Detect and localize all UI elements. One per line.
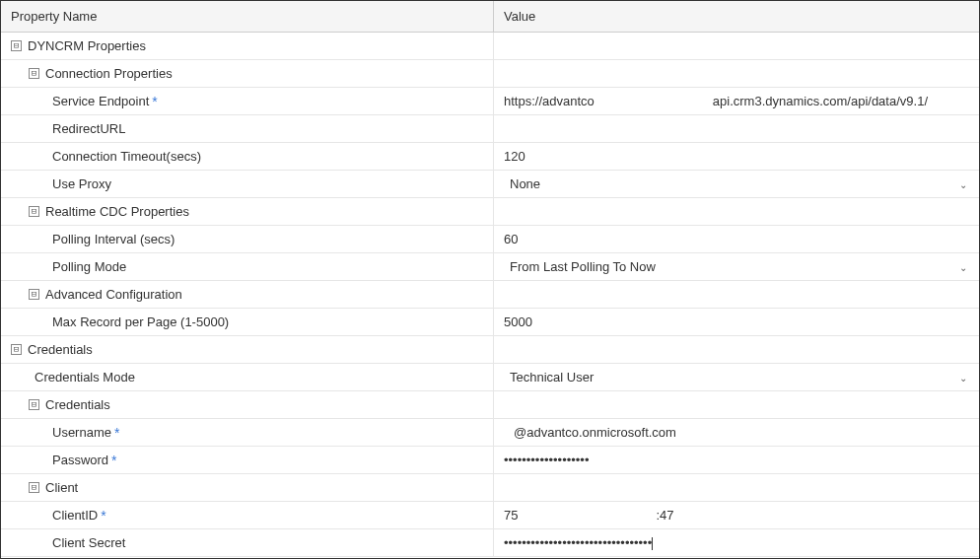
label-connection-timeout: Connection Timeout(secs) [52,149,201,164]
label-use-proxy: Use Proxy [52,176,111,191]
label-service-endpoint: Service Endpoint [52,94,149,108]
collapse-icon[interactable]: ⊟ [11,40,22,51]
value-polling-mode[interactable]: From Last Polling To Now ⌄ [494,253,979,280]
collapse-icon[interactable]: ⊟ [29,289,39,300]
row-password[interactable]: Password * ••••••••••••••••••• [1,447,979,474]
collapse-icon[interactable]: ⊟ [11,344,22,355]
label-client-id: ClientID [52,508,98,523]
label-client: Client [45,480,78,495]
property-table: Property Name Value ⊟ DYNCRM Properties … [0,0,980,559]
header-property-name: Property Name [1,1,494,32]
collapse-icon[interactable]: ⊟ [29,68,39,79]
label-advanced-config: Advanced Configuration [45,287,182,302]
row-polling-interval[interactable]: Polling Interval (secs) 60 [1,226,979,253]
required-icon: * [152,94,157,109]
row-username[interactable]: Username * @advantco.onmicrosoft.com [1,419,979,447]
row-connection-properties[interactable]: ⊟ Connection Properties [1,60,979,88]
row-client[interactable]: ⊟ Client [1,474,979,502]
chevron-down-icon[interactable]: ⌄ [959,178,967,189]
row-dyncrm-properties[interactable]: ⊟ DYNCRM Properties [1,33,979,60]
row-service-endpoint[interactable]: Service Endpoint * https://advantco api.… [1,88,979,115]
value-credentials-mode[interactable]: Technical User ⌄ [494,364,979,390]
row-polling-mode[interactable]: Polling Mode From Last Polling To Now ⌄ [1,253,979,281]
row-realtime-cdc[interactable]: ⊟ Realtime CDC Properties [1,198,979,226]
required-icon: * [114,425,119,441]
row-connection-timeout[interactable]: Connection Timeout(secs) 120 [1,143,979,171]
value-service-endpoint[interactable]: https://advantco api.crm3.dynamics.com/a… [494,88,979,114]
row-advanced-config[interactable]: ⊟ Advanced Configuration [1,281,979,309]
chevron-down-icon[interactable]: ⌄ [959,372,967,383]
row-max-record[interactable]: Max Record per Page (1-5000) 5000 [1,309,979,336]
required-icon: * [101,508,105,524]
value-use-proxy[interactable]: None ⌄ [494,171,979,197]
value-max-record[interactable]: 5000 [494,309,979,335]
label-polling-interval: Polling Interval (secs) [52,232,175,246]
collapse-icon[interactable]: ⊟ [29,399,39,410]
value-polling-interval[interactable]: 60 [494,226,979,252]
row-client-secret[interactable]: Client Secret ••••••••••••••••••••••••••… [1,529,979,557]
row-client-id[interactable]: ClientID * 75 :47 [1,502,979,529]
value-password[interactable]: ••••••••••••••••••• [494,447,979,473]
label-connection-properties: Connection Properties [45,66,173,81]
collapse-icon[interactable]: ⊟ [29,206,39,217]
label-credentials-mode: Credentials Mode [35,370,135,384]
label-password: Password [52,453,108,467]
table-header: Property Name Value [1,1,979,33]
label-redirect-url: RedirectURL [52,121,125,136]
label-client-secret: Client Secret [52,535,125,550]
value-connection-timeout[interactable]: 120 [494,143,979,170]
value-client-secret[interactable]: ••••••••••••••••••••••••••••••••• [494,529,979,556]
row-credentials-sub[interactable]: ⊟ Credentials [1,391,979,419]
label-credentials-sub: Credentials [45,397,110,412]
value-username[interactable]: @advantco.onmicrosoft.com [494,419,979,446]
value-client-id[interactable]: 75 :47 [494,502,979,528]
value-redirect-url[interactable] [494,115,979,142]
label-username: Username [52,425,111,440]
label-realtime-cdc: Realtime CDC Properties [45,204,189,219]
label-credentials-group: Credentials [28,342,93,357]
label-polling-mode: Polling Mode [52,259,126,274]
header-value: Value [494,1,979,32]
collapse-icon[interactable]: ⊟ [29,482,39,493]
chevron-down-icon[interactable]: ⌄ [959,261,967,272]
label-dyncrm-properties: DYNCRM Properties [28,38,146,53]
label-max-record: Max Record per Page (1-5000) [52,314,229,329]
row-redirect-url[interactable]: RedirectURL [1,115,979,143]
row-credentials-group[interactable]: ⊟ Credentials [1,336,979,364]
row-credentials-mode[interactable]: Credentials Mode Technical User ⌄ [1,364,979,391]
row-use-proxy[interactable]: Use Proxy None ⌄ [1,171,979,198]
required-icon: * [111,453,116,468]
